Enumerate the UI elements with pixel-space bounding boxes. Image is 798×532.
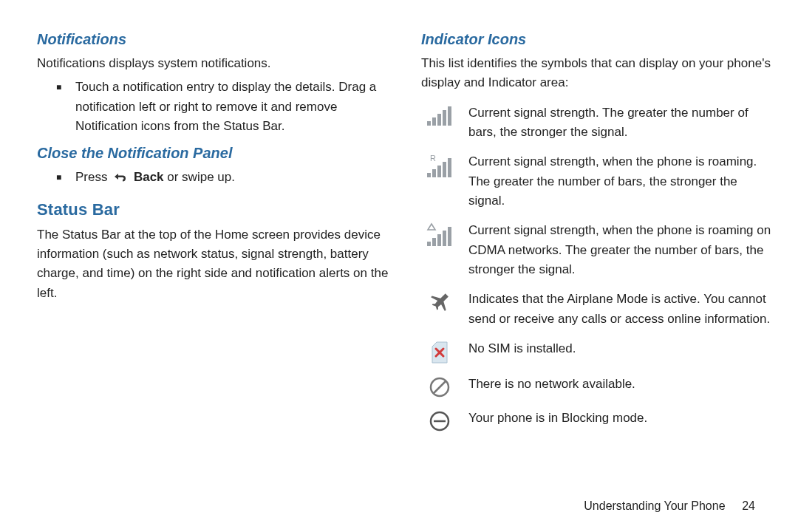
signal-roaming-icon: R	[421, 152, 458, 211]
svg-rect-0	[427, 121, 431, 126]
footer-section: Understanding Your Phone	[584, 499, 725, 512]
svg-rect-1	[432, 117, 436, 126]
no-sim-desc: No SIM is installed.	[468, 339, 576, 364]
svg-rect-2	[437, 114, 441, 126]
icon-row-roaming-cdma: Current signal strength, when the phone …	[421, 221, 776, 279]
notifications-intro: Notifications displays system notificati…	[37, 54, 392, 73]
svg-rect-6	[427, 173, 431, 177]
signal-icon	[421, 103, 458, 143]
svg-rect-7	[432, 169, 436, 177]
icon-row-no-sim: No SIM is installed.	[421, 339, 776, 364]
svg-rect-8	[437, 166, 441, 177]
airplane-icon	[421, 290, 458, 329]
no-sim-icon	[421, 339, 458, 364]
heading-indicator-icons: Indicator Icons	[421, 31, 776, 48]
page-footer: Understanding Your Phone 24	[584, 499, 755, 513]
page-number: 24	[729, 499, 755, 513]
svg-rect-14	[443, 231, 446, 246]
blocking-desc: Your phone is in Blocking mode.	[468, 409, 647, 432]
svg-rect-9	[443, 162, 446, 177]
back-icon	[112, 170, 129, 189]
signal-desc: Current signal strength. The greater the…	[468, 103, 776, 143]
indicator-intro: This list identifies the symbols that ca…	[421, 54, 776, 93]
svg-rect-3	[443, 110, 446, 126]
notifications-bullet-text: Touch a notification entry to display th…	[75, 78, 392, 136]
svg-line-17	[434, 381, 446, 393]
icon-row-blocking: Your phone is in Blocking mode.	[421, 409, 776, 432]
svg-rect-15	[448, 227, 451, 246]
close-panel-bullet: ■ Press Back or swipe up.	[37, 168, 392, 189]
roaming-cdma-desc: Current signal strength, when the phone …	[468, 221, 776, 279]
airplane-desc: Indicates that the Airplane Mode is acti…	[468, 290, 776, 329]
svg-rect-12	[432, 238, 436, 246]
status-bar-body: The Status Bar at the top of the Home sc…	[37, 225, 392, 303]
svg-rect-4	[448, 106, 451, 126]
heading-notifications: Notifications	[37, 31, 392, 48]
icon-row-roaming: R Current signal strength, when the phon…	[421, 152, 776, 211]
no-network-icon	[421, 375, 458, 398]
svg-rect-11	[427, 242, 431, 246]
bullet-square-icon: ■	[56, 78, 65, 136]
heading-status-bar: Status Bar	[37, 200, 392, 219]
left-column: Notifications Notifications displays sys…	[37, 27, 392, 443]
roaming-desc: Current signal strength, when the phone …	[468, 152, 776, 211]
bullet-square-icon: ■	[56, 168, 65, 189]
icon-row-signal: Current signal strength. The greater the…	[421, 103, 776, 143]
heading-close-panel: Close the Notification Panel	[37, 145, 392, 162]
no-network-desc: There is no network available.	[468, 375, 635, 398]
close-panel-text: Press Back or swipe up.	[75, 168, 235, 189]
notifications-bullet: ■ Touch a notification entry to display …	[37, 78, 392, 136]
icon-row-airplane: Indicates that the Airplane Mode is acti…	[421, 290, 776, 329]
svg-text:R: R	[430, 154, 436, 163]
blocking-mode-icon	[421, 409, 458, 432]
svg-rect-10	[448, 158, 451, 177]
icon-row-no-network: There is no network available.	[421, 375, 776, 398]
right-column: Indicator Icons This list identifies the…	[421, 27, 776, 443]
svg-rect-13	[437, 234, 441, 246]
signal-roaming-cdma-icon	[421, 221, 458, 279]
